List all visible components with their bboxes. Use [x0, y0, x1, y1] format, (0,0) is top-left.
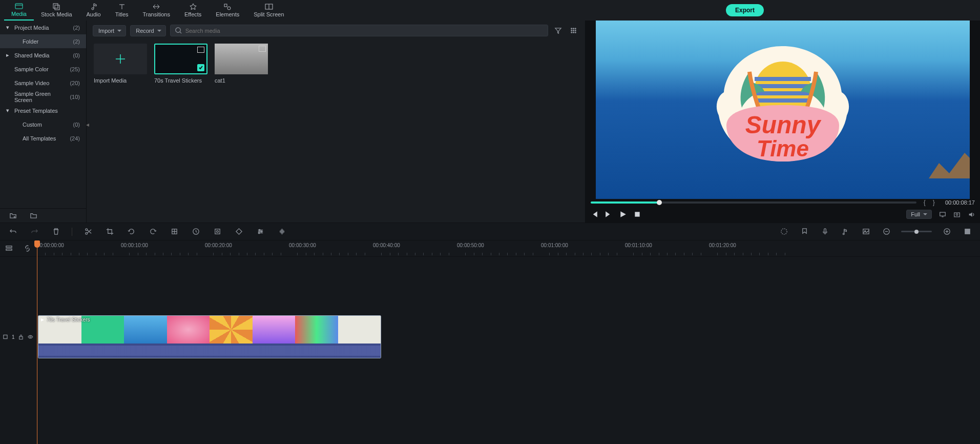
- visibility-icon[interactable]: [28, 334, 33, 340]
- new-folder-icon[interactable]: [7, 210, 18, 221]
- delete-icon[interactable]: [50, 226, 61, 237]
- svg-point-9: [573, 28, 574, 29]
- prev-frame-button[interactable]: [591, 211, 598, 218]
- adjust-icon[interactable]: [255, 226, 266, 237]
- preview-scrubber[interactable]: { } 00:00:08:17: [586, 199, 980, 206]
- undo-icon[interactable]: [7, 226, 18, 237]
- sidebar-sample-green-screen[interactable]: Sample Green Screen(10): [0, 90, 86, 104]
- svg-rect-47: [4, 335, 7, 338]
- speed2-icon[interactable]: [190, 226, 201, 237]
- quality-dropdown[interactable]: Full: [906, 210, 932, 219]
- svg-point-7: [176, 28, 180, 32]
- timeline-tracks[interactable]: 70s Travel Stickers: [37, 257, 980, 444]
- search-input[interactable]: [185, 28, 544, 34]
- svg-point-36: [258, 232, 260, 234]
- voiceover-icon[interactable]: [819, 226, 830, 237]
- tab-media[interactable]: Media: [4, 0, 34, 21]
- grid-view-icon[interactable]: [568, 25, 579, 36]
- split-icon[interactable]: [82, 226, 94, 237]
- render-icon[interactable]: [778, 226, 789, 237]
- audio-sync-icon[interactable]: [276, 226, 287, 237]
- preview-panel: Sunny Time { } 00:00:08:17: [586, 21, 980, 223]
- import-dropdown[interactable]: Import: [93, 25, 126, 36]
- sidebar-bottom-tools: [0, 208, 86, 223]
- svg-point-33: [216, 231, 218, 233]
- timeline-clip[interactable]: 70s Travel Stickers: [38, 315, 381, 358]
- svg-point-8: [571, 28, 572, 29]
- folder-icon[interactable]: [28, 210, 39, 221]
- svg-point-5: [227, 7, 231, 10]
- sidebar-project-media[interactable]: ▾Project Media(2): [0, 21, 86, 34]
- crop-icon[interactable]: [104, 226, 115, 237]
- svg-rect-24: [635, 212, 639, 216]
- sidebar-folder[interactable]: Folder(2): [0, 34, 86, 48]
- snapshot-icon[interactable]: [953, 211, 961, 218]
- svg-rect-25: [940, 212, 946, 216]
- tab-split-screen[interactable]: Split Screen: [246, 0, 291, 21]
- tab-effects[interactable]: Effects: [177, 0, 208, 21]
- playhead[interactable]: [37, 241, 37, 444]
- svg-rect-38: [824, 229, 826, 233]
- timeline-ruler[interactable]: 00:00:00:0000:00:10:0000:00:20:0000:00:3…: [37, 240, 980, 256]
- next-frame-button[interactable]: [605, 211, 612, 218]
- play-button[interactable]: [619, 211, 627, 218]
- tab-titles[interactable]: Titles: [108, 0, 136, 21]
- track-manage-icon[interactable]: [4, 243, 15, 254]
- speed-ccw-icon[interactable]: [126, 226, 137, 237]
- filter-icon[interactable]: [552, 25, 564, 36]
- sidebar-sample-color[interactable]: Sample Color(25): [0, 62, 86, 76]
- media-panel: ◂ Import Record Import Media70s Travel S…: [87, 21, 586, 223]
- zoom-slider[interactable]: [901, 231, 932, 232]
- sidebar-all-templates[interactable]: All Templates(24): [0, 131, 86, 145]
- export-button[interactable]: Export: [726, 4, 764, 16]
- redo-icon[interactable]: [29, 226, 40, 237]
- collapse-sidebar-icon[interactable]: ◂: [86, 121, 90, 128]
- svg-point-49: [30, 336, 31, 337]
- display-icon[interactable]: [939, 211, 946, 218]
- green-screen-icon[interactable]: [212, 226, 223, 237]
- zoom-in-icon[interactable]: [941, 226, 952, 237]
- speed-cw-icon[interactable]: [147, 226, 158, 237]
- color-icon[interactable]: [169, 226, 180, 237]
- media-item-70s-travel-stickers[interactable]: 70s Travel Stickers: [154, 44, 207, 84]
- svg-point-29: [85, 232, 87, 234]
- svg-rect-20: [755, 91, 811, 95]
- zoom-out-icon[interactable]: [881, 226, 892, 237]
- link-icon[interactable]: [22, 243, 33, 254]
- zoom-fit-icon[interactable]: [962, 226, 973, 237]
- media-item-import-media[interactable]: Import Media: [94, 44, 147, 84]
- svg-rect-44: [965, 229, 969, 234]
- search-media[interactable]: [170, 25, 548, 36]
- svg-text:Sunny: Sunny: [745, 111, 822, 138]
- stop-button[interactable]: [634, 211, 641, 218]
- svg-rect-32: [215, 229, 219, 234]
- picture-icon[interactable]: [860, 226, 871, 237]
- preview-canvas[interactable]: Sunny Time: [596, 21, 970, 199]
- tab-stock-media[interactable]: Stock Media: [34, 0, 79, 21]
- sidebar-custom[interactable]: Custom(0): [0, 117, 86, 131]
- svg-rect-21: [755, 98, 811, 103]
- svg-rect-19: [755, 84, 811, 88]
- svg-rect-48: [19, 336, 23, 339]
- lock-icon[interactable]: [18, 334, 24, 340]
- svg-point-27: [956, 213, 958, 215]
- svg-point-34: [259, 229, 260, 231]
- audio-mixer-icon[interactable]: [840, 226, 851, 237]
- svg-rect-18: [755, 77, 811, 81]
- volume-icon[interactable]: [968, 211, 975, 218]
- media-item-cat1[interactable]: cat1: [215, 44, 268, 84]
- tab-audio[interactable]: Audio: [79, 0, 108, 21]
- sidebar-shared-media[interactable]: ▸Shared Media(0): [0, 48, 86, 62]
- svg-point-13: [575, 30, 576, 31]
- record-dropdown[interactable]: Record: [130, 25, 165, 36]
- sidebar-preset-templates[interactable]: ▾Preset Templates: [0, 104, 86, 117]
- marker-icon[interactable]: [799, 226, 810, 237]
- tab-elements[interactable]: Elements: [208, 0, 246, 21]
- svg-point-3: [92, 8, 94, 10]
- keyframe-icon[interactable]: [233, 226, 244, 237]
- sidebar-sample-video[interactable]: Sample Video(20): [0, 76, 86, 90]
- svg-point-35: [260, 231, 262, 232]
- media-sidebar: ▾Project Media(2)Folder(2)▸Shared Media(…: [0, 21, 87, 223]
- track-head-video1[interactable]: 1: [0, 315, 36, 358]
- tab-transitions[interactable]: Transitions: [136, 0, 177, 21]
